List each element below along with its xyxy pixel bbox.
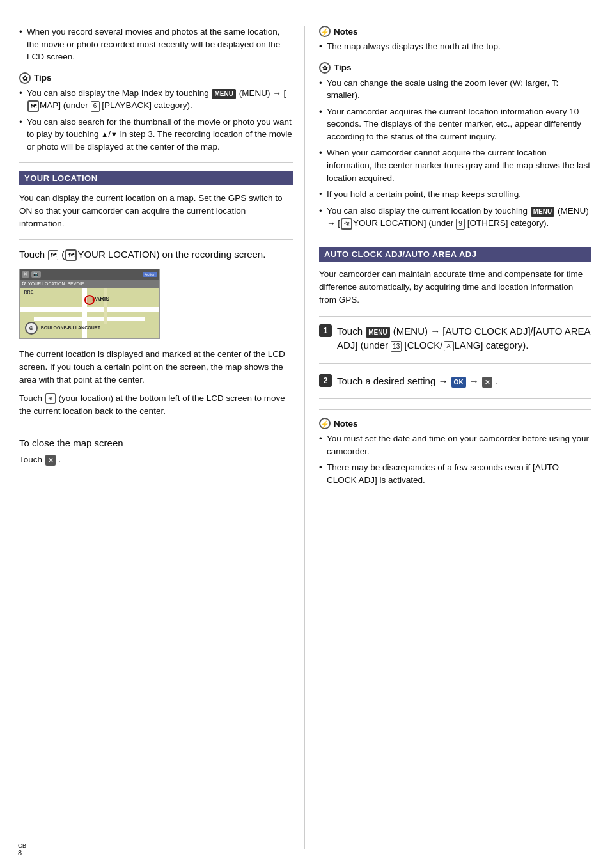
auto-clock-header: AUTO CLOCK ADJ/AUTO AREA ADJ [319, 247, 591, 262]
tips-icon-right: ✿ [319, 62, 331, 74]
chevron-down-icon: ▼ [111, 130, 118, 140]
notes2-section: ⚡ Notes You must set the date and time o… [319, 418, 591, 486]
map-location-icon: 🗺 [22, 281, 26, 286]
road-h2 [34, 317, 145, 321]
tips-icon-left: ✿ [19, 72, 31, 84]
num9-badge: 9 [456, 219, 465, 230]
step1-num: 1 [319, 324, 332, 337]
tips-item-2: You can also search for the thumbnail of… [19, 116, 293, 154]
lang-icon: A [444, 341, 454, 351]
tips-right-5: You can also display the current locatio… [319, 205, 591, 230]
map-paris-label: PARIS [92, 296, 109, 302]
auto-clock-intro: Your camcorder can maintain accurate tim… [319, 268, 591, 307]
num13-badge: 13 [391, 341, 402, 352]
tips-section-left: ✿ Tips You can also display the Map Inde… [19, 72, 293, 154]
auto-clock-section: AUTO CLOCK ADJ/AUTO AREA ADJ Your camcor… [319, 247, 591, 307]
tips-list-right: You can change the scale using the zoom … [319, 77, 591, 230]
close-x-btn: ✕ [45, 455, 56, 466]
tips-item-1: You can also display the Map Index by to… [19, 87, 293, 112]
notes2-item-1: You must set the date and time on your c… [319, 432, 591, 457]
right-column: ⚡ Notes The map always displays the nort… [305, 26, 591, 849]
map-image: ✕ 📷 Action 🗺 YOUR LOCATION BEVOIE RRE P [19, 269, 160, 339]
your-loc-icon-tip5: 🗺 [341, 218, 352, 230]
gps-map-icon: 🗺 [65, 249, 77, 261]
tips-right-1: You can change the scale using the zoom … [319, 77, 591, 102]
step1-content: Touch MENU (MENU) → [AUTO CLOCK ADJ]/[AU… [337, 324, 591, 353]
divider-right-2 [319, 316, 591, 317]
ok-btn: OK [451, 377, 466, 388]
map-location-label: YOUR LOCATION [28, 281, 65, 286]
step2-content: Touch a desired setting → OK → ✕ . [337, 374, 591, 389]
menu-btn-step1: MENU [366, 327, 389, 338]
num6-badge: 6 [91, 101, 100, 112]
tips-right-2: Your camcorder acquires the current loca… [319, 106, 591, 143]
notes-list-right: The map always displays the north at the… [319, 40, 591, 53]
step2-num: 2 [319, 374, 332, 387]
your-location-intro: You can display the current location on … [19, 192, 293, 231]
location-icon-inline: ⊕ [45, 393, 56, 404]
map-close-btn[interactable]: ✕ [22, 271, 29, 278]
map-action-btn[interactable]: Action [143, 272, 157, 277]
notes-header-right: ⚡ Notes [319, 26, 591, 37]
notes2-icon: ⚡ [319, 418, 331, 429]
map-rre-label: RRE [24, 290, 34, 294]
your-location-header: YOUR LOCATION [19, 171, 293, 185]
map-gps-button[interactable]: ⊕ [25, 322, 38, 335]
step1-row: 1 Touch MENU (MENU) → [AUTO CLOCK ADJ]/[… [319, 324, 591, 364]
road-v2 [104, 283, 107, 324]
intro-section: When you record several movies and photo… [19, 26, 293, 63]
tips-header-left: ✿ Tips [19, 72, 293, 84]
divider-2 [19, 239, 293, 240]
map-inner: ✕ 📷 Action 🗺 YOUR LOCATION BEVOIE RRE P [20, 269, 159, 338]
step-heading: Touch 🗺 (🗺YOUR LOCATION) on the recordin… [19, 248, 293, 262]
close-heading: To close the map screen [19, 436, 293, 451]
notes-item-1: The map always displays the north at the… [319, 40, 591, 53]
intro-bullets: When you record several movies and photo… [19, 26, 293, 63]
step2-row: 2 Touch a desired setting → OK → ✕ . [319, 374, 591, 400]
page: When you record several movies and photo… [0, 0, 610, 868]
map-bevoie-label: BEVOIE [67, 281, 84, 286]
x-btn: ✕ [482, 377, 492, 388]
close-section: To close the map screen Touch ✕ . [19, 436, 293, 466]
map-toolbar: ✕ 📷 Action [20, 269, 159, 280]
road-h1 [20, 307, 159, 312]
map-cam-btn[interactable]: 📷 [31, 271, 41, 278]
notes-section-right: ⚡ Notes The map always displays the nort… [319, 26, 591, 53]
step-heading-section: Touch 🗺 (🗺YOUR LOCATION) on the recordin… [19, 248, 293, 339]
close-body: Touch ✕ . [19, 454, 293, 466]
your-location-icon: 🗺 [48, 250, 58, 260]
your-location-section: YOUR LOCATION You can display the curren… [19, 171, 293, 231]
tips-right-4: If you hold a certain point, the map kee… [319, 188, 591, 201]
tips-header-right: ✿ Tips [319, 62, 591, 74]
tips-list-left: You can also display the Map Index by to… [19, 87, 293, 154]
map-center-marker [84, 295, 95, 305]
tips-right-3: When your camcorder cannot acquire the c… [319, 146, 591, 184]
location-body-1: The current location is displayed and ma… [19, 348, 293, 387]
notes2-list: You must set the date and time on your c… [319, 432, 591, 486]
map-icon-tip1: 🗺 [27, 100, 39, 112]
divider-3 [19, 427, 293, 427]
map-boulogne-label: BOULOGNE-BILLANCOURT [41, 326, 100, 330]
location-body-2: Touch ⊕ (your location) at the bottom le… [19, 392, 293, 418]
notes2-header: ⚡ Notes [319, 418, 591, 429]
chevron-up-icon: ▲ [101, 130, 108, 140]
divider-1 [19, 162, 293, 163]
location-body-section: The current location is displayed and ma… [19, 348, 293, 418]
notes-icon-right: ⚡ [319, 26, 331, 37]
menu-btn-tip1: MENU [212, 89, 235, 100]
intro-bullet-1: When you record several movies and photo… [19, 26, 293, 63]
left-column: When you record several movies and photo… [19, 26, 305, 849]
page-number: GB 8 [18, 841, 26, 856]
notes2-item-2: There may be discrepancies of a few seco… [319, 461, 591, 486]
menu-btn-tip5: MENU [531, 207, 554, 217]
map-location-bar: 🗺 YOUR LOCATION BEVOIE [20, 280, 159, 288]
divider-right-1 [319, 239, 591, 239]
divider-right-3 [319, 409, 591, 410]
tips-section-right: ✿ Tips You can change the scale using th… [319, 62, 591, 230]
